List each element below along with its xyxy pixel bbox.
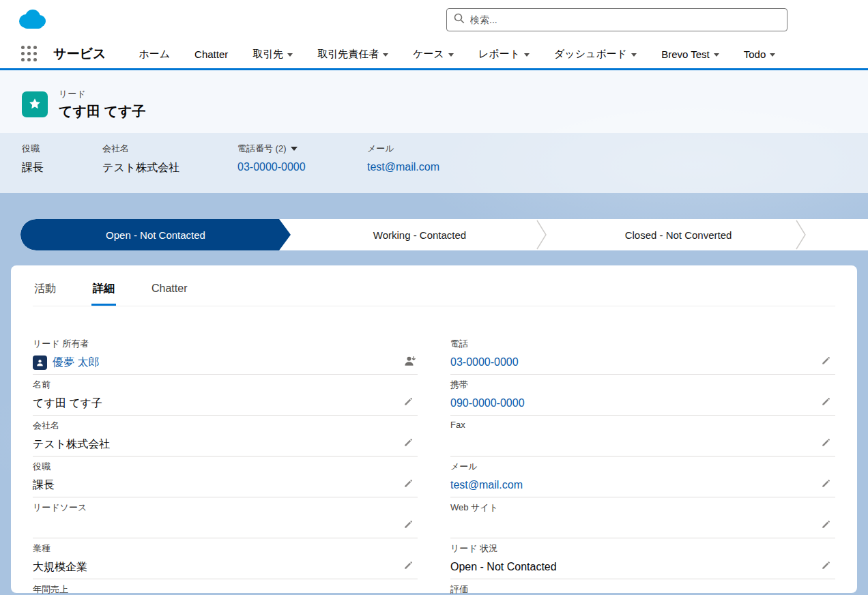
edit-icon[interactable] — [821, 355, 831, 366]
edit-icon[interactable] — [821, 560, 831, 570]
edit-icon[interactable] — [403, 519, 414, 529]
nav-item-reports[interactable]: レポート — [478, 48, 530, 61]
nav-items: ホーム Chatter 取引先 取引先責任者 ケース レポート ダッシュボード … — [139, 48, 775, 61]
chevron-down-icon[interactable] — [448, 53, 454, 57]
record-detail-card: 活動 詳細 Chatter リード 所有者 優夢 太郎 — [11, 265, 857, 593]
email-link[interactable]: test@mail.com — [367, 161, 439, 173]
chevron-down-icon[interactable] — [770, 53, 775, 57]
nav-bar: サービス ホーム Chatter 取引先 取引先責任者 ケース レポート ダッシ… — [0, 40, 868, 70]
field-rating: 評価 — [450, 579, 835, 595]
field-company: 会社名 テスト株式会社 — [33, 416, 418, 456]
search-icon — [454, 13, 465, 27]
change-owner-icon[interactable] — [404, 355, 416, 367]
tab-activity[interactable]: 活動 — [33, 274, 57, 306]
field-title: 役職 課長 — [33, 456, 418, 497]
field-lead-source: リードソース — [33, 497, 418, 538]
field-annual-revenue: 年間売上 — [33, 579, 418, 595]
field-phone: 電話 03-0000-0000 — [450, 334, 835, 375]
chevron-down-icon[interactable] — [383, 53, 388, 57]
page-content: リード てす田 てす子 役職 課長 会社名 テスト株式会社 電話番号 (2) 0… — [0, 70, 868, 595]
path-stage-next[interactable] — [808, 219, 868, 250]
path-stage-open[interactable]: Open - Not Contacted — [20, 219, 291, 250]
nav-item-todo[interactable]: Todo — [744, 48, 776, 60]
nav-item-dashboards[interactable]: ダッシュボード — [554, 48, 637, 61]
field-website: Web サイト — [450, 497, 835, 538]
details-grid: リード 所有者 優夢 太郎 名前 てす田 てす子 — [33, 334, 835, 595]
highlight-company-field: 会社名 テスト株式会社 — [102, 143, 237, 175]
path-separator — [536, 219, 547, 250]
owner-avatar — [33, 355, 47, 370]
path-stage-working[interactable]: Working - Contacted — [291, 219, 549, 250]
edit-icon[interactable] — [403, 437, 414, 448]
field-name: 名前 てす田 てす子 — [33, 375, 418, 416]
chevron-down-icon[interactable] — [714, 53, 719, 57]
email-link[interactable]: test@mail.com — [450, 479, 523, 491]
details-right-column: 電話 03-0000-0000 携帯 090-0000-0000 Fax メール… — [450, 334, 835, 595]
global-search[interactable] — [446, 8, 787, 31]
search-input[interactable] — [470, 14, 780, 25]
edit-icon[interactable] — [403, 560, 414, 570]
page-title: てす田 てす子 — [59, 102, 145, 121]
edit-icon[interactable] — [821, 519, 831, 529]
nav-item-contacts[interactable]: 取引先責任者 — [317, 48, 388, 61]
nav-item-accounts[interactable]: 取引先 — [252, 48, 293, 61]
record-titles: リード てす田 てす子 — [59, 88, 145, 121]
tab-chatter[interactable]: Chatter — [150, 274, 188, 306]
highlights-panel: 役職 課長 会社名 テスト株式会社 電話番号 (2) 03-0000-0000 … — [0, 133, 868, 193]
edit-icon[interactable] — [403, 396, 414, 407]
nav-item-home[interactable]: ホーム — [139, 48, 170, 61]
lead-object-icon — [22, 91, 48, 117]
field-lead-status: リード 状況 Open - Not Contacted — [450, 538, 835, 579]
nav-item-brevo-test[interactable]: Brevo Test — [661, 48, 719, 60]
field-fax: Fax — [450, 416, 835, 456]
mobile-link[interactable]: 090-0000-0000 — [450, 397, 525, 409]
phone-dropdown-icon[interactable] — [291, 147, 298, 151]
edit-icon[interactable] — [821, 396, 831, 407]
field-industry: 業種 大規模企業 — [33, 538, 418, 579]
edit-icon[interactable] — [821, 437, 831, 448]
global-header — [0, 0, 868, 40]
edit-icon[interactable] — [403, 478, 414, 489]
field-lead-owner: リード 所有者 優夢 太郎 — [33, 334, 418, 375]
chevron-down-icon[interactable] — [287, 53, 293, 57]
highlight-title-field: 役職 課長 — [22, 143, 102, 175]
tab-details[interactable]: 詳細 — [91, 274, 116, 306]
highlight-email-field: メール test@mail.com — [367, 143, 439, 175]
edit-icon[interactable] — [821, 478, 831, 489]
phone-link[interactable]: 03-0000-0000 — [450, 356, 519, 368]
nav-item-cases[interactable]: ケース — [413, 48, 454, 61]
nav-item-chatter[interactable]: Chatter — [194, 48, 228, 60]
field-mobile: 携帯 090-0000-0000 — [450, 375, 835, 416]
app-launcher-icon[interactable] — [19, 44, 40, 64]
highlight-phone-field: 電話番号 (2) 03-0000-0000 — [237, 143, 367, 175]
record-header: リード てす田 てす子 — [0, 70, 868, 133]
chevron-down-icon[interactable] — [631, 53, 637, 57]
path-separator — [796, 219, 807, 250]
details-left-column: リード 所有者 優夢 太郎 名前 てす田 てす子 — [33, 334, 418, 595]
path-stage-closed[interactable]: Closed - Not Converted — [549, 219, 808, 250]
chevron-down-icon[interactable] — [524, 53, 530, 57]
salesforce-logo-icon — [16, 8, 48, 31]
owner-link[interactable]: 優夢 太郎 — [53, 355, 99, 370]
object-label: リード — [59, 88, 145, 100]
field-email: メール test@mail.com — [450, 456, 835, 497]
app-name: サービス — [53, 45, 106, 63]
detail-tabs: 活動 詳細 Chatter — [33, 274, 835, 306]
lead-path: Open - Not Contacted Working - Contacted… — [20, 219, 868, 250]
phone-link[interactable]: 03-0000-0000 — [237, 161, 306, 173]
